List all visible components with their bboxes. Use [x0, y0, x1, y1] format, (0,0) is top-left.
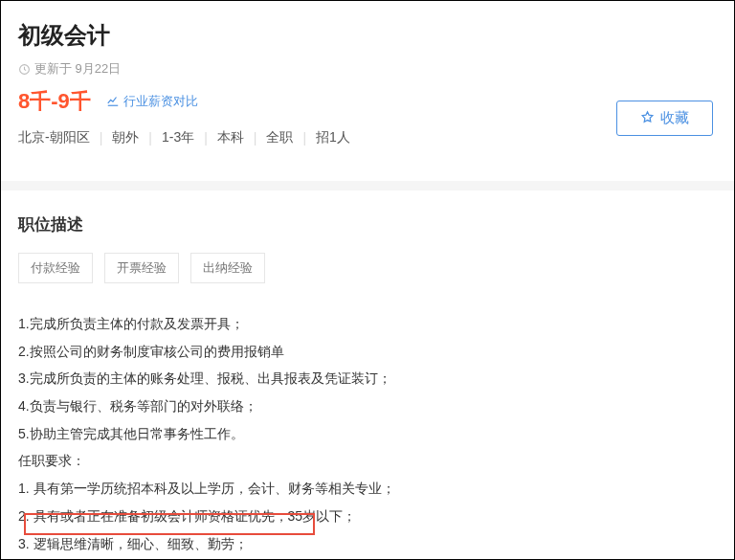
salary-compare-label: 行业薪资对比: [123, 93, 198, 110]
tags-row: 付款经验 开票经验 出纳经验: [18, 253, 717, 283]
tag-item: 开票经验: [104, 253, 179, 283]
requirement-item: 2. 具有或者正在准备初级会计师资格证优先，35岁以下；: [18, 503, 717, 530]
req-text: 逻辑思维清晰，细心、细致、勤劳；: [33, 536, 248, 551]
meta-experience: 1-3年: [162, 129, 194, 146]
clock-icon: [18, 63, 31, 76]
meta-location: 北京-朝阳区: [18, 129, 90, 146]
meta-area: 朝外: [112, 129, 139, 146]
req-text: 具有第一学历统招本科及以上学历，会计、财务等相关专业；: [33, 481, 395, 496]
favorite-button[interactable]: 收藏: [616, 101, 713, 136]
salary-row: 8千-9千 行业薪资对比: [18, 87, 717, 116]
chart-icon: [106, 94, 120, 110]
update-row: 更新于 9月22日: [18, 60, 717, 78]
meta-row: 北京-朝阳区 | 朝外 | 1-3年 | 本科 | 全职 | 招1人: [18, 129, 717, 146]
req-num: 1.: [18, 481, 33, 496]
req-suffix: ，35岁以下；: [275, 508, 357, 524]
requirement-item: 1. 具有第一学历统招本科及以上学历，会计、财务等相关专业；: [18, 475, 717, 503]
req-num: 3.: [18, 536, 33, 551]
tag-item: 付款经验: [18, 253, 93, 283]
description-title: 职位描述: [18, 213, 717, 235]
star-icon: [640, 110, 655, 127]
meta-sep: |: [254, 130, 257, 146]
favorite-label: 收藏: [660, 109, 689, 127]
description-item: 1.完成所负责主体的付款及发票开具；: [18, 310, 717, 338]
requirements-title: 任职要求：: [18, 447, 717, 475]
description-item: 4.负责与银行、税务等部门的对外联络；: [18, 392, 717, 420]
description-item: 5.协助主管完成其他日常事务性工作。: [18, 420, 717, 448]
requirements-list: 1. 具有第一学历统招本科及以上学历，会计、财务等相关专业； 2. 具有或者正在…: [18, 475, 717, 557]
section-divider: [1, 181, 734, 190]
job-title: 初级会计: [18, 20, 717, 51]
req-text: 具有或者正在准备初级会计师资格证优先: [33, 508, 275, 524]
meta-education: 本科: [217, 129, 244, 146]
meta-type: 全职: [266, 129, 293, 146]
update-label: 更新于 9月22日: [34, 60, 121, 78]
meta-sep: |: [100, 130, 103, 146]
requirement-item: 3. 逻辑思维清晰，细心、细致、勤劳；: [18, 530, 717, 558]
description-item: 2.按照公司的财务制度审核公司的费用报销单: [18, 338, 717, 366]
req-num: 2.: [18, 508, 33, 524]
description-item: 3.完成所负责的主体的账务处理、报税、出具报表及凭证装订；: [18, 365, 717, 392]
tag-item: 出纳经验: [190, 253, 265, 283]
salary-value: 8千-9千: [18, 87, 91, 116]
meta-sep: |: [148, 130, 152, 146]
meta-sep: |: [302, 130, 306, 146]
meta-sep: |: [204, 130, 208, 146]
description-list: 1.完成所负责主体的付款及发票开具； 2.按照公司的财务制度审核公司的费用报销单…: [18, 310, 717, 447]
meta-headcount: 招1人: [316, 129, 350, 146]
salary-compare-link[interactable]: 行业薪资对比: [106, 93, 198, 110]
